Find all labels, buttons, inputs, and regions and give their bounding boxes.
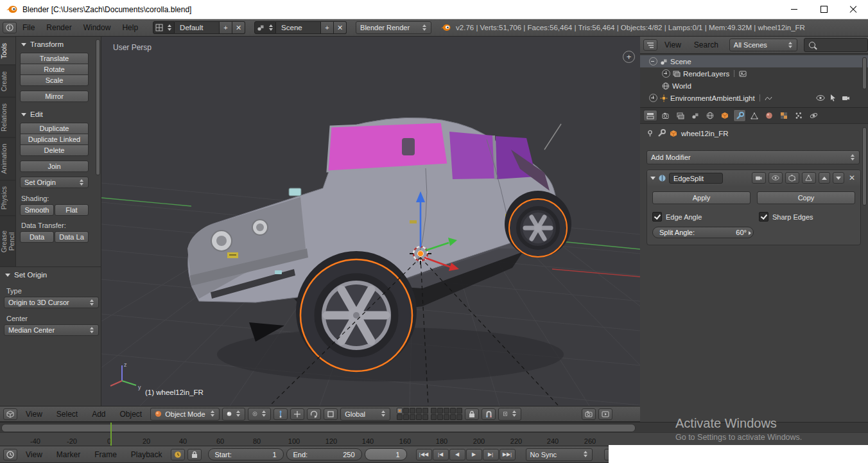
tab-particles[interactable] [792,109,805,122]
end-frame-field[interactable]: End: 250 [286,448,362,460]
edit-panel-header[interactable]: Edit [19,109,99,120]
outliner-search-menu[interactable]: Search [688,40,724,49]
modifier-delete-button[interactable]: ✕ [849,173,855,182]
modifier-move-down-button[interactable] [833,172,844,184]
layer-cell[interactable] [410,408,415,414]
timeline-marker-menu[interactable]: Marker [51,450,86,459]
outliner-view-menu[interactable]: View [659,40,687,49]
redo-panel-header[interactable]: Set Origin [3,269,99,281]
layers-widget[interactable] [397,408,462,420]
pin-icon[interactable] [647,130,654,137]
transform-panel-header[interactable]: Transform [19,39,99,50]
tab-object[interactable] [718,109,731,122]
shelf-tab-animation[interactable]: Animation [0,137,15,180]
data-transfer-data-button[interactable]: Data [20,231,54,243]
close-button[interactable] [838,0,868,19]
shelf-tab-physics[interactable]: Physics [0,180,15,215]
collapse-icon[interactable] [649,57,657,66]
delete-layout-button[interactable]: ✕ [232,21,245,34]
tab-render-layers[interactable] [674,109,687,122]
modifier-editmode-toggle[interactable] [785,172,799,184]
menu-window[interactable]: Window [78,23,117,32]
scene-name[interactable]: Scene [276,21,321,34]
modifier-name-field[interactable]: EdgeSplit [669,173,723,184]
current-frame-indicator[interactable] [110,423,112,446]
rotate-manipulator-button[interactable] [307,408,321,420]
layer-cell[interactable] [437,408,443,414]
menu-render[interactable]: Render [40,23,77,32]
modifier-render-toggle[interactable] [752,172,766,184]
sharp-edges-option[interactable]: Sharp Edges [759,212,813,222]
snap-toggle-button[interactable] [482,408,496,420]
sharp-edges-checkbox[interactable] [759,212,768,222]
translate-button[interactable]: Translate [20,53,89,64]
current-frame-field[interactable]: 1 [365,448,407,460]
layer-cell[interactable] [456,408,462,414]
data-transfer-layout-button[interactable]: Data La [55,231,89,243]
layer-cell[interactable] [444,408,449,414]
timeline-frame-menu[interactable]: Frame [89,450,123,459]
screen-layout-browse-button[interactable] [153,21,175,34]
shelf-tab-create[interactable]: Create [0,65,15,98]
layer-cell[interactable] [422,414,428,420]
select-menu[interactable]: Select [51,410,83,419]
layer-cell[interactable] [397,414,403,420]
selectability-arrow-icon[interactable] [830,94,837,101]
outliner-scrollbar[interactable] [862,57,867,89]
origin-center-dropdown[interactable]: Median Center [4,324,99,336]
outliner-search-field[interactable] [804,38,868,52]
car-windshield[interactable] [327,122,448,171]
start-frame-field[interactable]: Start: 1 [208,448,284,460]
screen-layout-name[interactable]: Default [175,21,220,34]
scene-browse-button[interactable] [254,21,276,34]
origin-type-dropdown[interactable]: Origin to 3D Cursor [4,297,99,308]
minimize-button[interactable] [779,0,809,19]
duplicate-linked-button[interactable]: Duplicate Linked [20,134,89,145]
layer-cell[interactable] [450,414,456,420]
tab-world[interactable] [704,109,716,122]
car-object[interactable] [187,118,571,372]
play-reverse-button[interactable]: ◀ [449,449,465,460]
join-button[interactable]: Join [20,161,89,172]
front-wheel-object[interactable] [300,259,412,371]
jump-to-start-button[interactable]: |◀◀ [416,449,432,460]
layer-cell[interactable] [450,408,456,414]
editor-type-timeline-button[interactable] [3,449,17,460]
tab-object-data[interactable] [748,109,761,122]
menu-file[interactable]: File [17,23,40,32]
expand-icon[interactable] [662,69,670,78]
tab-physics[interactable] [807,109,820,122]
shelf-tab-grease-pencil[interactable]: Grease Pencil [0,215,15,266]
opengl-render-anim-button[interactable] [598,408,612,420]
jump-to-end-button[interactable]: ▶▶| [499,449,516,460]
timeline-view-menu[interactable]: View [20,450,48,459]
layer-cell[interactable] [403,408,409,414]
tab-texture[interactable] [777,109,790,122]
translate-manipulator-button[interactable] [290,408,304,420]
tab-material[interactable] [763,109,776,122]
renderability-camera-icon[interactable] [842,95,850,101]
properties-region-toggle[interactable] [623,51,635,63]
rotate-button[interactable]: Rotate [20,64,89,75]
sync-mode-dropdown[interactable]: No Sync [526,448,593,461]
scale-manipulator-button[interactable] [324,408,338,420]
tab-modifiers[interactable] [733,109,746,122]
mirror-button[interactable]: Mirror [20,91,89,102]
editor-type-info-button[interactable] [3,22,17,33]
car-door-window[interactable] [449,132,494,179]
copy-modifier-button[interactable]: Copy [757,191,855,204]
shade-flat-button[interactable]: Flat [55,204,89,216]
editor-type-3dview-button[interactable] [3,408,17,420]
view-menu[interactable]: View [20,410,48,419]
next-keyframe-button[interactable]: ▶| [483,449,499,460]
tab-scene[interactable] [689,109,702,122]
prev-keyframe-button[interactable]: |◀ [433,449,449,460]
shelf-tab-tools[interactable]: Tools [0,37,15,65]
editor-type-outliner-button[interactable] [643,39,657,51]
edge-angle-checkbox[interactable] [652,212,662,222]
modifier-move-up-button[interactable] [819,172,830,184]
opengl-render-button[interactable] [582,408,596,420]
outliner-row-world[interactable]: World [640,80,868,92]
modifier-visibility-toggle[interactable] [768,172,783,184]
visibility-eye-icon[interactable] [816,95,825,101]
